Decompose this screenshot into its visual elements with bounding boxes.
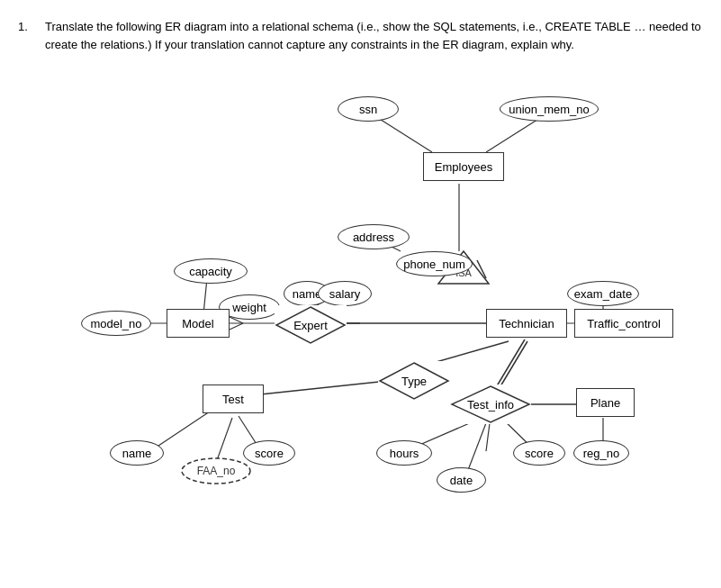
svg-line-1 [486, 118, 540, 152]
union-mem-no-node: union_mem_no [500, 96, 599, 122]
capacity-node: capacity [174, 258, 248, 284]
ssn-node: ssn [338, 96, 399, 122]
test-node: Test [203, 384, 264, 413]
score-right-node: score [513, 440, 565, 466]
exam-date-node: exam_date [567, 281, 639, 306]
test-info-node: Test_info [450, 384, 531, 424]
type-node: Type [378, 361, 450, 401]
faa-no-node: FAA_no [180, 457, 252, 485]
svg-line-0 [378, 118, 432, 152]
er-diagram: ssn union_mem_no Employees ISA address p… [27, 62, 711, 485]
date-node: date [437, 467, 486, 493]
svg-line-13 [230, 323, 243, 330]
technician-node: Technician [486, 309, 567, 338]
name-pilot-node: name [110, 440, 164, 466]
reg-no-node: reg_no [573, 440, 629, 466]
question-text: 1. Translate the following ER diagram in… [18, 18, 703, 53]
phone-num-node: phone_num [396, 251, 473, 276]
hours-node: hours [376, 440, 432, 466]
model-node: Model [167, 309, 230, 338]
address-node: address [338, 224, 410, 249]
svg-line-21 [252, 380, 396, 395]
employees-node: Employees [423, 152, 504, 181]
svg-text:FAA_no: FAA_no [197, 465, 236, 477]
diagram-lines [27, 62, 711, 485]
salary-node: salary [318, 281, 372, 306]
traffic-control-node: Traffic_control [574, 309, 673, 338]
plane-node: Plane [576, 388, 635, 417]
question-number: 1. [18, 18, 28, 36]
expert-node: Expert [275, 305, 347, 345]
svg-line-28 [468, 416, 489, 470]
model-no-node: model_no [81, 311, 151, 336]
